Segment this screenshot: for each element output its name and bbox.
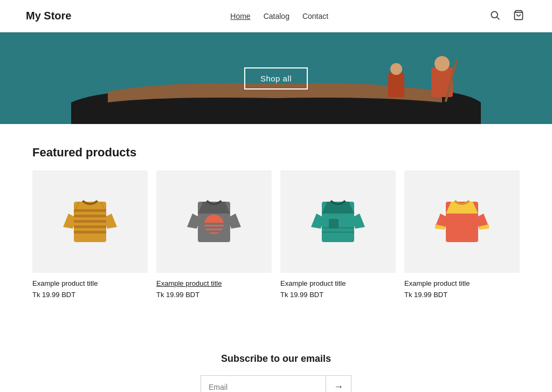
- product-image-4: [404, 170, 520, 273]
- shirt-illustration-4: [427, 187, 497, 257]
- svg-point-0: [491, 11, 498, 18]
- nav-catalog[interactable]: Catalog: [264, 12, 289, 20]
- svg-rect-22: [204, 230, 224, 232]
- svg-rect-16: [74, 225, 106, 228]
- product-title-2[interactable]: Example product title: [156, 279, 272, 287]
- nav-icons: [487, 8, 526, 24]
- main-content: Featured products: [6, 146, 546, 392]
- email-submit-button[interactable]: →: [326, 376, 351, 392]
- cart-button[interactable]: [511, 8, 526, 24]
- nav-home[interactable]: Home: [230, 12, 250, 20]
- product-card-1: Example product title Tk 19.99 BDT: [32, 170, 148, 299]
- nav-links: Home Catalog Contact: [230, 12, 328, 20]
- cart-icon: [513, 10, 524, 20]
- svg-rect-21: [204, 226, 224, 229]
- product-image-3: [280, 170, 396, 273]
- email-input[interactable]: [201, 377, 326, 393]
- svg-rect-15: [74, 220, 106, 223]
- svg-line-1: [497, 17, 500, 20]
- svg-rect-17: [74, 231, 106, 233]
- product-price-4: Tk 19.99 BDT: [404, 291, 447, 299]
- email-input-wrap: →: [201, 375, 351, 392]
- product-price-1: Tk 19.99 BDT: [32, 291, 75, 299]
- subscribe-title: Subscribe to our emails: [32, 353, 520, 365]
- svg-rect-10: [388, 73, 404, 97]
- site-logo: My Store: [26, 10, 71, 22]
- main-nav: My Store Home Catalog Contact: [0, 0, 552, 32]
- product-image-2: [156, 170, 272, 273]
- svg-rect-5: [0, 111, 71, 124]
- shirt-illustration-1: [55, 187, 125, 257]
- svg-rect-25: [322, 227, 354, 229]
- product-title-3[interactable]: Example product title: [280, 279, 396, 287]
- product-card-2: Example product title Tk 19.99 BDT: [156, 170, 272, 299]
- svg-point-8: [434, 56, 450, 71]
- product-price-3: Tk 19.99 BDT: [280, 291, 323, 299]
- shirt-illustration-2: [179, 187, 249, 257]
- product-title-4[interactable]: Example product title: [404, 279, 520, 287]
- featured-title: Featured products: [32, 146, 520, 160]
- search-button[interactable]: [487, 8, 502, 24]
- product-image-1: [32, 170, 148, 273]
- svg-rect-26: [322, 231, 354, 233]
- svg-rect-9: [445, 60, 458, 102]
- svg-rect-7: [431, 67, 453, 97]
- subscribe-section: Subscribe to our emails →: [32, 332, 520, 392]
- svg-rect-6: [481, 111, 552, 124]
- nav-contact[interactable]: Contact: [302, 12, 328, 20]
- shirt-illustration-3: [303, 187, 373, 257]
- svg-rect-20: [204, 223, 224, 225]
- product-card-4: Example product title Tk 19.99 BDT: [404, 170, 520, 299]
- product-price-2: Tk 19.99 BDT: [156, 291, 199, 299]
- svg-rect-14: [74, 215, 106, 217]
- subscribe-form: →: [32, 375, 520, 392]
- svg-point-11: [390, 63, 402, 75]
- product-card-3: Example product title Tk 19.99 BDT: [280, 170, 396, 299]
- shop-all-button[interactable]: Shop all: [244, 67, 308, 90]
- hero-section: Shop all: [0, 32, 552, 124]
- svg-rect-13: [74, 209, 106, 212]
- svg-point-4: [71, 86, 481, 124]
- products-grid: Example product title Tk 19.99 BDT: [32, 170, 520, 299]
- product-title-1[interactable]: Example product title: [32, 279, 148, 287]
- search-icon: [489, 10, 500, 20]
